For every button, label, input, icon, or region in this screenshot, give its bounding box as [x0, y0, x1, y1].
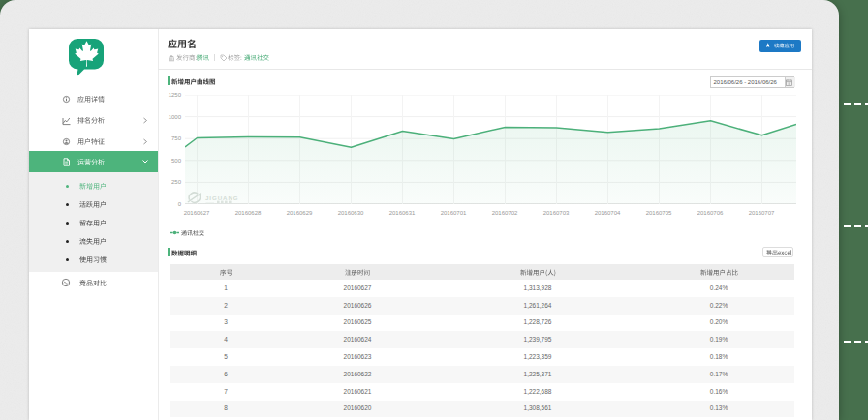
svg-text:JIGUANG: JIGUANG: [205, 194, 239, 200]
